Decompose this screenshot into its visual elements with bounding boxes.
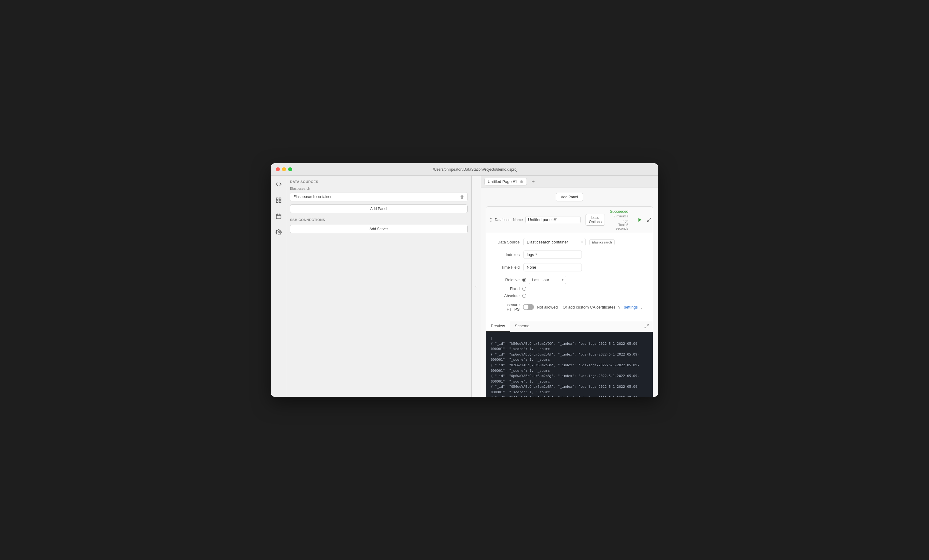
panel-type: Database	[495, 218, 510, 222]
indexes-row: Indexes	[492, 251, 647, 259]
datasource-select-wrapper: Elasticsearch container ▾	[523, 238, 586, 246]
datasource-row: Data Source Elasticsearch container ▾ El…	[492, 238, 647, 246]
panel: ▲ ▼ Database Name Less Options Succeeded…	[486, 206, 653, 397]
panel-name-input[interactable]	[525, 216, 581, 223]
code-icon[interactable]	[274, 179, 284, 189]
time-field-row: Time Field	[492, 263, 647, 271]
minimize-button[interactable]	[282, 167, 286, 171]
or-text: Or add custom CA certificates in	[563, 305, 619, 309]
svg-rect-0	[276, 198, 278, 200]
preview-expand-icon[interactable]	[641, 321, 653, 332]
datasource-type: Elasticsearch	[290, 187, 468, 190]
datasource-field-label: Data Source	[492, 240, 520, 244]
icon-sidebar	[271, 176, 286, 397]
close-button[interactable]	[276, 167, 280, 171]
indexes-input[interactable]	[523, 251, 582, 259]
svg-rect-1	[279, 198, 281, 200]
time-range-row: Relative Last Hour Last 6 Hours Last 24 …	[492, 276, 647, 298]
insecure-https-row: InsecureHTTPS Not allowed Or add custom …	[492, 302, 647, 312]
fixed-radio[interactable]	[522, 287, 526, 291]
json-line-2: { "_id": "sp6wqYABcQ-Lr6um2oAf", "_index…	[491, 352, 648, 363]
absolute-radio[interactable]	[522, 294, 526, 298]
settings-link[interactable]: settings	[624, 305, 638, 309]
json-output: [ { "_id": "k56wqYABcQ-Lr6um2YDO", "_ind…	[486, 332, 653, 397]
time-select-wrapper: Last Hour Last 6 Hours Last 24 Hours Las…	[529, 276, 566, 284]
svg-point-8	[278, 231, 279, 233]
time-range-select[interactable]: Last Hour Last 6 Hours Last 24 Hours Las…	[529, 276, 566, 284]
relative-row: Relative Last Hour Last 6 Hours Last 24 …	[492, 276, 566, 284]
json-line-6: { "_id": "1J6wqYABcQ-Lr6um2oBn", "_index…	[491, 395, 648, 397]
json-line-4: { "_id": "0p6wqYABcQ-Lr6um2oBj", "_index…	[491, 373, 648, 384]
svg-line-10	[650, 218, 651, 220]
preview-tab[interactable]: Preview	[486, 321, 510, 332]
json-bracket-open: [	[491, 335, 648, 341]
window-title: /Users/philipeaton/DataStationProjects/d…	[297, 167, 653, 171]
svg-line-11	[647, 220, 649, 222]
titlebar: /Users/philipeaton/DataStationProjects/d…	[271, 163, 658, 176]
panel-status-time: 9 minutes ago	[614, 214, 629, 223]
content-area: Untitled Page #1 🗑 + Add Panel ▲ ▼	[481, 176, 658, 397]
not-allowed-text: Not allowed	[537, 305, 558, 309]
json-line-5: { "_id": "056wqYABcQ-Lr6um2oBl", "_index…	[491, 384, 648, 395]
panel-status: Succeeded	[610, 210, 628, 214]
main-layout: DATA SOURCES Elasticsearch Elasticsearch…	[271, 176, 658, 397]
svg-rect-3	[279, 201, 281, 203]
delete-datasource-icon[interactable]: 🗑	[460, 194, 464, 199]
json-line-3: { "_id": "0Z6wqYABcQ-Lr6um2oBh", "_index…	[491, 363, 648, 373]
absolute-label: Absolute	[492, 294, 520, 298]
expand-button[interactable]	[645, 216, 653, 223]
datasource-item: Elasticsearch container 🗑	[290, 192, 468, 201]
panel-toolbar	[636, 216, 653, 223]
panel-header: ▲ ▼ Database Name Less Options Succeeded…	[486, 207, 653, 233]
json-line-1: { "_id": "k56wqYABcQ-Lr6um2YDO", "_index…	[491, 341, 648, 352]
relative-label: Relative	[492, 277, 520, 282]
run-button[interactable]	[636, 216, 644, 223]
time-field-input[interactable]	[523, 263, 582, 271]
svg-rect-2	[276, 201, 278, 203]
panel-name-label: Name	[513, 218, 523, 222]
calendar-icon[interactable]	[274, 211, 284, 221]
app-window: /Users/philipeaton/DataStationProjects/d…	[271, 163, 658, 397]
panel-options-button[interactable]: Less Options	[586, 214, 605, 226]
tab-close-icon[interactable]: 🗑	[520, 180, 523, 184]
fixed-row: Fixed	[492, 286, 566, 291]
insecure-https-toggle[interactable]	[523, 304, 534, 310]
data-sources-title: DATA SOURCES	[290, 180, 468, 184]
relative-radio[interactable]	[522, 278, 526, 282]
panel-body: Data Source Elasticsearch container ▾ El…	[486, 233, 653, 321]
add-tab-button[interactable]: +	[529, 178, 537, 186]
toggle-knob	[523, 304, 528, 309]
datasource-label: Elasticsearch container	[293, 195, 331, 199]
add-server-button[interactable]: Add Server	[290, 225, 468, 233]
panel-container: Add Panel ▲ ▼ Database Name Less Options	[481, 188, 658, 397]
sidebar-collapse-button[interactable]: ‹	[472, 176, 481, 397]
tab-bar: Untitled Page #1 🗑 +	[481, 176, 658, 188]
tab-untitled-page[interactable]: Untitled Page #1 🗑	[484, 178, 527, 185]
settings-after: .	[641, 305, 642, 309]
traffic-lights	[276, 167, 292, 171]
indexes-label: Indexes	[492, 252, 520, 257]
panel-reorder-arrows[interactable]: ▲ ▼	[490, 216, 492, 223]
schema-tab[interactable]: Schema	[510, 321, 535, 332]
dashboard-icon[interactable]	[274, 195, 284, 205]
insecure-https-label: InsecureHTTPS	[492, 302, 520, 312]
time-field-label: Time Field	[492, 265, 520, 269]
preview-tabs: Preview Schema	[486, 321, 653, 332]
svg-marker-9	[639, 218, 641, 222]
svg-line-15	[645, 326, 646, 328]
svg-line-14	[647, 324, 648, 326]
add-panel-button[interactable]: Add Panel	[556, 193, 583, 201]
fixed-label: Fixed	[492, 286, 520, 291]
tab-label: Untitled Page #1	[488, 179, 517, 184]
panel-status-detail: Took 5 seconds	[610, 223, 628, 230]
maximize-button[interactable]	[288, 167, 292, 171]
svg-rect-4	[276, 214, 281, 219]
add-panel-sidebar-button[interactable]: Add Panel	[290, 205, 468, 213]
datasource-select[interactable]: Elasticsearch container	[524, 238, 585, 246]
absolute-row: Absolute	[492, 294, 566, 298]
settings-icon[interactable]	[274, 227, 284, 237]
ssh-section-title: SSH CONNECTIONS	[290, 218, 468, 222]
datasource-type-tag: Elasticsearch	[589, 239, 615, 245]
sidebar: DATA SOURCES Elasticsearch Elasticsearch…	[286, 176, 472, 397]
